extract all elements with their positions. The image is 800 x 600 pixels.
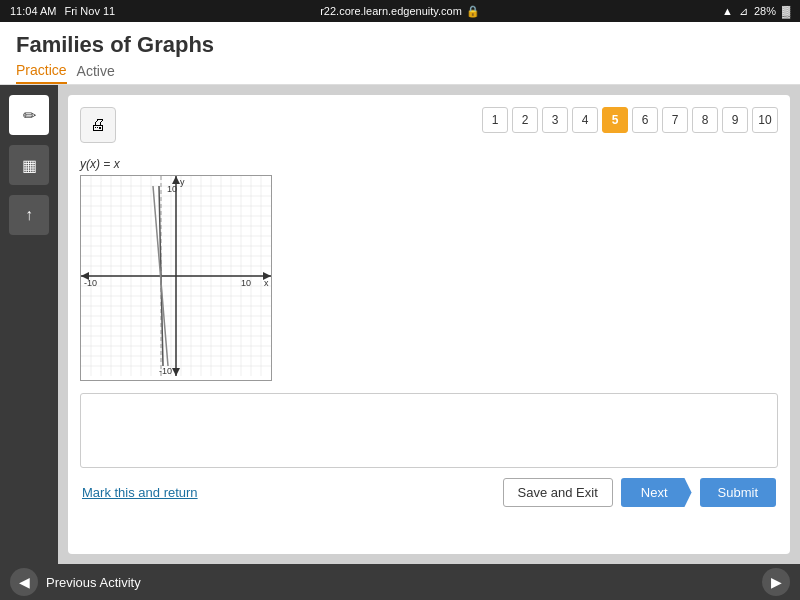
print-icon: 🖨 — [90, 116, 106, 134]
graph-area: x y 10 -10 10 -10 — [80, 175, 778, 381]
function-label: y(x) = x — [80, 157, 778, 171]
prev-activity-label: Previous Activity — [46, 575, 141, 590]
svg-text:x: x — [264, 278, 269, 288]
arrow-up-icon: ↑ — [25, 206, 33, 224]
status-bar: 11:04 AM Fri Nov 11 r22.core.learn.edgen… — [0, 0, 800, 22]
mark-return-button[interactable]: Mark this and return — [82, 485, 198, 500]
next-button[interactable]: Next — [621, 478, 692, 507]
bottom-nav: ◀ Previous Activity ▶ — [0, 564, 800, 600]
page-btn-4[interactable]: 4 — [572, 107, 598, 133]
chevron-right-icon: ▶ — [771, 574, 782, 590]
page-btn-3[interactable]: 3 — [542, 107, 568, 133]
svg-text:10: 10 — [167, 184, 177, 194]
pencil-icon: ✏ — [23, 106, 36, 125]
print-button[interactable]: 🖨 — [80, 107, 116, 143]
next-nav-arrow[interactable]: ▶ — [762, 568, 790, 596]
calculator-icon: ▦ — [22, 156, 37, 175]
battery-icon: ▓ — [782, 5, 790, 17]
graph-svg: x y 10 -10 10 -10 — [80, 175, 272, 381]
prev-nav-arrow[interactable]: ◀ — [10, 568, 38, 596]
pencil-tool-button[interactable]: ✏ — [9, 95, 49, 135]
signal-icon: ⊿ — [739, 5, 748, 18]
svg-text:-10: -10 — [84, 278, 97, 288]
page-btn-5[interactable]: 5 — [602, 107, 628, 133]
lock-icon: 🔒 — [466, 5, 480, 18]
time-display: 11:04 AM — [10, 5, 56, 17]
page-btn-7[interactable]: 7 — [662, 107, 688, 133]
page-btn-1[interactable]: 1 — [482, 107, 508, 133]
page-btn-8[interactable]: 8 — [692, 107, 718, 133]
answer-input[interactable] — [80, 393, 778, 468]
arrow-up-button[interactable]: ↑ — [9, 195, 49, 235]
url-display: r22.core.learn.edgenuity.com — [320, 5, 462, 17]
submit-button[interactable]: Submit — [700, 478, 776, 507]
svg-text:10: 10 — [241, 278, 251, 288]
svg-text:y: y — [180, 177, 185, 187]
wifi-icon: ▲ — [722, 5, 733, 17]
header: Families of Graphs Practice Active — [0, 22, 800, 85]
tab-active[interactable]: Active — [77, 63, 115, 83]
main-content: 🖨 1 2 3 4 5 6 7 8 9 10 — [58, 85, 800, 564]
app-container: Families of Graphs Practice Active ✏ ▦ ↑ — [0, 22, 800, 600]
bottom-nav-left: ◀ Previous Activity — [10, 568, 141, 596]
header-tabs: Practice Active — [16, 62, 784, 84]
content-wrapper: ✏ ▦ ↑ 🖨 1 2 3 — [0, 85, 800, 564]
page-btn-6[interactable]: 6 — [632, 107, 658, 133]
date-display: Fri Nov 11 — [64, 5, 115, 17]
page-title: Families of Graphs — [16, 32, 784, 58]
calculator-button[interactable]: ▦ — [9, 145, 49, 185]
page-btn-10[interactable]: 10 — [752, 107, 778, 133]
footer-buttons: Mark this and return Save and Exit Next … — [80, 478, 778, 507]
question-box: 🖨 1 2 3 4 5 6 7 8 9 10 — [68, 95, 790, 554]
save-exit-button[interactable]: Save and Exit — [503, 478, 613, 507]
tab-practice[interactable]: Practice — [16, 62, 67, 84]
sidebar: ✏ ▦ ↑ — [0, 85, 58, 564]
right-action-buttons: Save and Exit Next Submit — [503, 478, 776, 507]
bottom-nav-right: ▶ — [762, 568, 790, 596]
battery-display: 28% — [754, 5, 776, 17]
chevron-left-icon: ◀ — [19, 574, 30, 590]
page-btn-2[interactable]: 2 — [512, 107, 538, 133]
pagination: 1 2 3 4 5 6 7 8 9 10 — [482, 107, 778, 133]
page-btn-9[interactable]: 9 — [722, 107, 748, 133]
